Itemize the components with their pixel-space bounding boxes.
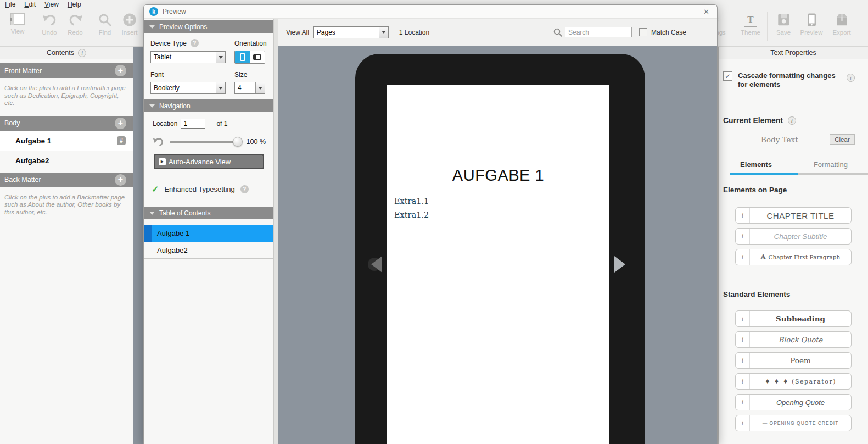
text-properties-header: Text Properties xyxy=(719,47,868,59)
cascade-checkbox[interactable]: ✓ xyxy=(723,71,732,81)
enhanced-typesetting-label: Enhanced Typesetting xyxy=(164,185,234,193)
device-type-select[interactable]: Tablet xyxy=(150,51,226,63)
preview-canvas: AUFGABE 1 Extra1.1 Extra1.2 xyxy=(278,46,717,444)
chevron-down-icon xyxy=(149,25,155,29)
enhanced-typesetting-row: ✓ Enhanced Typesetting ? xyxy=(144,177,273,201)
menu-view[interactable]: View xyxy=(41,0,64,9)
search-icon xyxy=(98,13,112,27)
element-subheading[interactable]: i Subheading xyxy=(735,310,852,327)
size-select[interactable]: 4 xyxy=(234,82,265,94)
dropcap-icon: A xyxy=(761,254,766,260)
element-poem[interactable]: i Poem xyxy=(735,352,852,369)
preview-dialog: k Preview ✕ Preview Options Device Type … xyxy=(143,4,718,444)
element-separator[interactable]: i ♦ ♦ ♦ (Separator) xyxy=(735,373,852,390)
add-back-matter-button[interactable]: + xyxy=(115,174,126,186)
info-icon[interactable]: i xyxy=(736,208,750,223)
element-chapter-first-paragraph[interactable]: i A Chapter First Paragraph xyxy=(735,249,852,265)
match-case-checkbox[interactable] xyxy=(639,28,647,36)
menu-file[interactable]: File xyxy=(1,0,20,9)
info-icon[interactable]: i xyxy=(736,395,750,410)
element-opening-quote-credit[interactable]: i — OPENING QUOTE CREDIT xyxy=(735,415,852,431)
toolbar-separator xyxy=(767,12,768,41)
element-chapter-subtitle[interactable]: i Chapter Subtitle xyxy=(735,228,852,245)
check-icon: ✓ xyxy=(152,184,159,195)
toc-item-aufgabe2[interactable]: Aufgabe2 xyxy=(144,242,273,259)
properties-tabs: Elements Formatting xyxy=(719,160,868,169)
navigation-section-header[interactable]: Navigation xyxy=(144,99,273,112)
next-page-arrow[interactable] xyxy=(614,256,626,273)
toolbar-separator xyxy=(89,12,89,41)
chapter-links: Extra1.1 Extra1.2 xyxy=(394,197,609,219)
location-count: 1 Location xyxy=(399,29,429,36)
preview-button[interactable]: Preview xyxy=(798,13,825,36)
toc-item-aufgabe-1[interactable]: Aufgabe 1 xyxy=(144,225,273,242)
orientation-portrait-button[interactable] xyxy=(235,51,250,63)
info-icon[interactable]: i xyxy=(736,353,750,368)
auto-advance-view-button[interactable]: ▶ Auto-Advance View xyxy=(154,154,264,169)
theme-button[interactable]: T Theme xyxy=(737,13,764,36)
export-button[interactable]: Export xyxy=(828,13,855,36)
contents-panel: Contents i Front Matter + Click on the p… xyxy=(0,47,133,444)
menu-edit[interactable]: Edit xyxy=(20,0,41,9)
add-body-button[interactable]: + xyxy=(115,118,126,129)
info-icon[interactable]: i xyxy=(736,374,750,389)
view-all-select[interactable]: Pages xyxy=(313,26,389,38)
toc-list: Aufgabe 1 Aufgabe2 xyxy=(144,219,273,259)
info-icon[interactable]: i xyxy=(736,332,750,347)
toc-link[interactable]: Extra1.2 xyxy=(394,211,609,219)
clear-button[interactable]: Clear xyxy=(830,134,855,145)
orientation-landscape-button[interactable] xyxy=(250,51,265,63)
element-chapter-title[interactable]: i CHAPTER TITLE xyxy=(735,207,852,224)
search-input[interactable] xyxy=(565,27,632,37)
info-icon[interactable]: i xyxy=(736,229,750,244)
front-matter-bar[interactable]: Front Matter + xyxy=(0,63,133,78)
undo-jump-icon[interactable] xyxy=(153,136,164,147)
element-block-quote[interactable]: i Block Quote xyxy=(735,331,852,348)
save-button[interactable]: Save xyxy=(770,13,797,36)
orientation-label: Orientation xyxy=(234,37,267,49)
portrait-icon xyxy=(240,53,245,61)
tab-formatting[interactable]: Formatting xyxy=(793,160,868,169)
info-icon[interactable]: i xyxy=(847,74,855,82)
cascade-label: Cascade formatting changes for elements xyxy=(738,71,836,89)
match-case-label: Match Case xyxy=(651,29,686,36)
tab-elements[interactable]: Elements xyxy=(719,160,793,169)
chevron-down-icon xyxy=(216,82,225,93)
view-panel-icon xyxy=(9,13,26,26)
progress-slider[interactable] xyxy=(170,141,241,143)
chevron-down-icon xyxy=(149,212,155,215)
back-matter-bar[interactable]: Back Matter + xyxy=(0,173,133,187)
preview-dialog-titlebar[interactable]: k Preview ✕ xyxy=(144,5,717,19)
undo-button[interactable]: Undo xyxy=(36,13,63,36)
location-input[interactable] xyxy=(181,119,205,129)
toc-link[interactable]: Extra1.1 xyxy=(394,197,609,206)
view-button[interactable]: View xyxy=(4,13,31,35)
options-scrollbar[interactable] xyxy=(273,19,278,444)
hash-badge-icon: # xyxy=(117,136,126,145)
element-opening-quote[interactable]: i Opening Quote xyxy=(735,394,852,410)
font-select[interactable]: Bookerly xyxy=(150,82,226,94)
menu-help[interactable]: Help xyxy=(64,0,86,9)
preview-options-section-header[interactable]: Preview Options xyxy=(144,20,273,33)
help-icon[interactable]: ? xyxy=(191,39,199,47)
info-icon[interactable]: i xyxy=(736,311,750,326)
info-icon[interactable]: i xyxy=(736,249,750,265)
info-icon[interactable]: i xyxy=(788,116,796,125)
insert-button[interactable]: Insert xyxy=(116,13,143,36)
slider-thumb[interactable] xyxy=(233,137,243,147)
body-item-aufgabe2[interactable]: Aufgabe2 xyxy=(0,151,133,171)
find-button[interactable]: Find xyxy=(92,13,118,36)
body-item-aufgabe-1[interactable]: Aufgabe 1 # xyxy=(0,131,133,151)
add-front-matter-button[interactable]: + xyxy=(115,65,126,76)
dialog-title: Preview xyxy=(163,8,186,15)
help-icon[interactable]: ? xyxy=(240,185,249,193)
previous-page-arrow[interactable] xyxy=(368,256,384,273)
info-icon[interactable]: i xyxy=(736,415,750,431)
info-icon[interactable]: i xyxy=(78,49,86,57)
redo-button[interactable]: Redo xyxy=(62,13,88,36)
close-icon[interactable]: ✕ xyxy=(701,8,712,16)
table-of-contents-section-header[interactable]: Table of Contents xyxy=(144,207,273,219)
divider xyxy=(719,153,868,153)
font-label: Font xyxy=(150,69,234,80)
body-bar[interactable]: Body + xyxy=(0,116,133,131)
